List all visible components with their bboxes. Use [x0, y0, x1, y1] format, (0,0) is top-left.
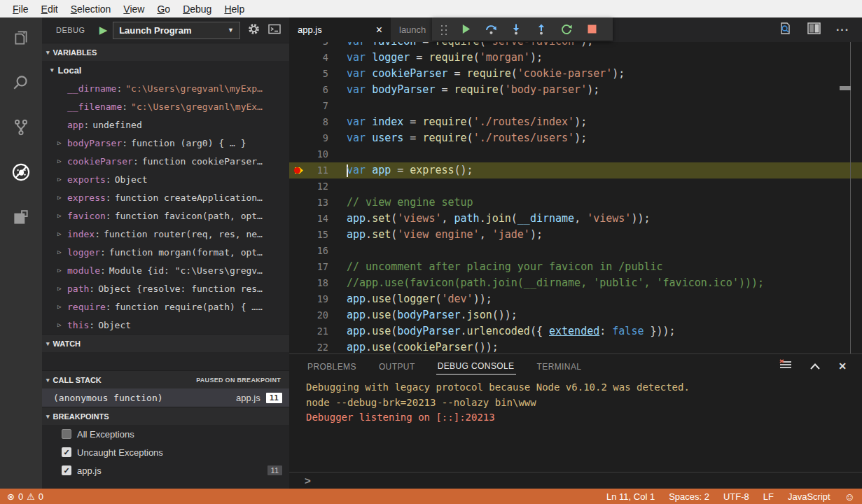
close-icon[interactable]: × [376, 24, 382, 36]
editor-scrollbar[interactable] [850, 42, 851, 354]
errors-icon[interactable]: ⊗ [7, 491, 15, 502]
code-line[interactable]: 7 [289, 98, 862, 114]
step-out-button[interactable] [530, 20, 552, 39]
more-actions-icon[interactable]: ··· [836, 24, 849, 36]
expand-icon[interactable]: ▷ [57, 285, 67, 292]
variable-row[interactable]: ▷index:function router(req, res, ne… [42, 225, 289, 243]
expand-icon[interactable]: ▷ [57, 176, 67, 183]
call-stack-section-header[interactable]: ▾ CALL STACK PAUSED ON BREAKPOINT [42, 370, 289, 388]
code-line[interactable]: 10 [289, 146, 862, 162]
variable-row[interactable]: ▷favicon:function favicon(path, opt… [42, 206, 289, 225]
code-line[interactable]: 6var bodyParser = require('body-parser')… [289, 82, 862, 98]
step-over-button[interactable] [480, 20, 502, 39]
configure-gear-icon[interactable] [246, 23, 261, 38]
expand-icon[interactable]: ▷ [57, 267, 67, 274]
variable-row[interactable]: ▷express:function createApplication… [42, 188, 289, 206]
expand-icon[interactable]: ▷ [57, 230, 67, 237]
code-line[interactable]: 15app.set('view engine', 'jade'); [289, 227, 862, 243]
breakpoint-checkbox[interactable]: ✓ [62, 465, 71, 475]
warning-count[interactable]: 0 [39, 491, 43, 502]
menu-debug[interactable]: Debug [176, 2, 218, 16]
expand-icon[interactable]: ▷ [57, 248, 67, 255]
search-icon[interactable] [11, 72, 32, 93]
variable-row[interactable]: ▷cookieParser:function cookieParser… [42, 152, 289, 170]
debug-icon[interactable] [11, 162, 32, 183]
extensions-icon[interactable] [11, 206, 32, 227]
restart-button[interactable] [555, 20, 578, 39]
stop-button[interactable] [581, 20, 603, 39]
warnings-icon[interactable]: ⚠ [27, 491, 35, 502]
code-line[interactable]: 18//app.use(favicon(path.join(__dirname,… [289, 275, 862, 291]
scope-local[interactable]: ▾ Local [42, 61, 289, 79]
menu-edit[interactable]: Edit [35, 2, 64, 16]
breakpoints-section-header[interactable]: ▾ BREAKPOINTS [42, 407, 289, 425]
code-line[interactable]: 21app.use(bodyParser.urlencoded({ extend… [289, 323, 862, 340]
code-line[interactable]: 22app.use(cookieParser()); [289, 340, 862, 354]
status-spaces-2[interactable]: Spaces: 2 [669, 491, 709, 502]
panel-tab-debug-console[interactable]: DEBUG CONSOLE [436, 357, 516, 374]
variable-row[interactable]: ▷exports:Object [42, 170, 289, 188]
variable-row[interactable]: __dirname:"c:\Users\gregvanl\myExp… [42, 79, 289, 97]
split-editor-icon[interactable] [807, 22, 821, 37]
drag-grip-icon[interactable] [439, 23, 449, 36]
variable-row[interactable]: ▷require:function require(path) { …… [42, 298, 289, 316]
error-count[interactable]: 0 [18, 491, 23, 502]
breakpoint-row[interactable]: All Exceptions [42, 425, 289, 443]
tab-app-js[interactable]: app.js × [289, 18, 391, 42]
code-line[interactable]: 14app.set('views', path.join(__dirname, … [289, 211, 862, 227]
panel-tab-problems[interactable]: PROBLEMS [306, 358, 358, 374]
code-line[interactable]: 8var index = require('./routes/index'); [289, 114, 862, 130]
code-line[interactable]: 19app.use(logger('dev')); [289, 291, 862, 307]
code-line[interactable]: 16 [289, 243, 862, 259]
variable-row[interactable]: ▷logger:function morgan(format, opt… [42, 243, 289, 261]
debug-console-input[interactable]: > [289, 472, 862, 489]
open-preview-icon[interactable] [778, 22, 792, 38]
expand-icon[interactable]: ▷ [57, 139, 67, 146]
code-line[interactable]: 12 [289, 178, 862, 195]
code-line[interactable]: 11var app = express(); [289, 162, 862, 178]
expand-icon[interactable]: ▷ [57, 303, 67, 310]
continue-button[interactable] [454, 20, 477, 39]
code-line[interactable]: 20app.use(bodyParser.json()); [289, 307, 862, 323]
panel-tab-output[interactable]: OUTPUT [377, 358, 417, 374]
variable-row[interactable]: ▷path:Object {resolve: function res… [42, 279, 289, 298]
breakpoint-checkbox[interactable]: ✓ [62, 447, 71, 457]
feedback-smiley-icon[interactable]: ☺ [844, 491, 855, 503]
breakpoint-row[interactable]: ✓Uncaught Exceptions [42, 443, 289, 461]
expand-icon[interactable]: ▷ [57, 158, 67, 164]
open-console-icon[interactable] [267, 24, 282, 37]
expand-icon[interactable]: ▷ [57, 194, 67, 201]
variables-section-header[interactable]: ▾ VARIABLES [42, 43, 289, 61]
code-line[interactable]: 4var logger = require('morgan'); [289, 50, 862, 66]
stack-frame-row[interactable]: (anonymous function) app.js 11 [42, 388, 289, 407]
code-line[interactable]: 5var cookieParser = require('cookie-pars… [289, 66, 862, 82]
explorer-icon[interactable] [11, 27, 32, 48]
variable-row[interactable]: __filename:"c:\Users\gregvanl\myEx… [42, 97, 289, 115]
code-line[interactable]: 3var favicon = require('serve-favicon'); [289, 42, 862, 50]
menu-selection[interactable]: Selection [64, 2, 118, 16]
menu-go[interactable]: Go [151, 2, 176, 16]
menu-help[interactable]: Help [218, 2, 251, 16]
status-utf-8[interactable]: UTF-8 [723, 491, 749, 502]
variable-row[interactable]: ▷bodyParser:function (arg0) { … } [42, 134, 289, 152]
expand-icon[interactable]: ▷ [57, 212, 67, 219]
variable-row[interactable]: app:undefined [42, 115, 289, 134]
debug-config-dropdown[interactable]: Launch Program ▼ [113, 22, 240, 39]
breakpoint-checkbox[interactable] [62, 429, 71, 439]
status-ln-11-col-1[interactable]: Ln 11, Col 1 [606, 491, 655, 502]
code-line[interactable]: 9var users = require('./routes/users'); [289, 130, 862, 146]
clear-console-icon[interactable] [779, 359, 792, 373]
breakpoint-row[interactable]: ✓app.js11 [42, 461, 289, 479]
panel-tab-terminal[interactable]: TERMINAL [536, 358, 583, 374]
close-panel-icon[interactable]: ✕ [838, 360, 847, 372]
breakpoint-current-icon[interactable] [289, 165, 307, 176]
variable-row[interactable]: ▷module:Module {id: "c:\Users\gregv… [42, 261, 289, 279]
status-lf[interactable]: LF [763, 491, 774, 502]
menu-file[interactable]: File [6, 2, 35, 16]
watch-section-header[interactable]: ▾ WATCH [42, 334, 289, 352]
code-line[interactable]: 17// uncomment after placing your favico… [289, 259, 862, 275]
status-javascript[interactable]: JavaScript [788, 491, 830, 502]
step-into-button[interactable] [505, 20, 527, 39]
maximize-panel-icon[interactable] [810, 360, 820, 372]
menu-view[interactable]: View [117, 2, 151, 16]
